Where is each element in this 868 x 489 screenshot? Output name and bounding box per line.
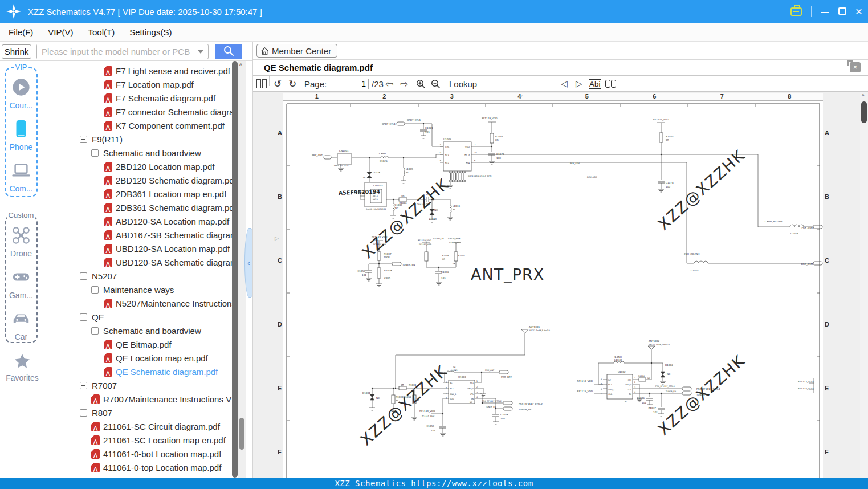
- rotate-right-button[interactable]: ↻: [288, 76, 296, 92]
- svg-text:PRX_ASM: PRX_ASM: [801, 226, 813, 229]
- tree-item[interactable]: 2DB361 Location map en.pdf: [51, 187, 232, 201]
- prev-page-icon[interactable]: ⇦: [385, 76, 393, 92]
- collapse-node-icon[interactable]: [91, 149, 99, 157]
- license-icon[interactable]: [790, 7, 802, 16]
- next-result-icon[interactable]: ▷: [576, 76, 582, 92]
- tree-item[interactable]: ABD167-SB Schematic diagram.pdf: [51, 228, 232, 242]
- tree-item[interactable]: F7 connector Schematic diagram.pdf: [51, 105, 232, 119]
- svg-text:RF1119_VDD: RF1119_VDD: [482, 117, 497, 120]
- tree-item[interactable]: 2BD120 Location map.pdf: [51, 160, 232, 173]
- svg-text:RF_3: RF_3: [464, 154, 470, 156]
- prev-result-icon[interactable]: ◁: [561, 76, 568, 92]
- svg-text:4: 4: [476, 396, 478, 398]
- chevron-down-icon[interactable]: [198, 50, 203, 54]
- tree-item[interactable]: ABD120-SA Location map.pdf: [51, 214, 232, 228]
- tree-item[interactable]: 211061-SC Location map en.pdf: [51, 433, 232, 447]
- sidebar-item-car[interactable]: Car: [9, 309, 33, 341]
- tree-scrollbar[interactable]: [232, 61, 238, 478]
- menu-item-settingss[interactable]: Settings(S): [129, 27, 172, 37]
- tree-item[interactable]: F7 Light sense and reciver.pdf: [51, 64, 232, 78]
- whole-word-button[interactable]: [605, 76, 616, 92]
- tree-item[interactable]: 2BD120 Schematic diagram.pdf: [51, 173, 232, 187]
- collapse-node-icon[interactable]: [91, 286, 99, 294]
- tree-item[interactable]: N5207: [51, 269, 232, 283]
- tree-item[interactable]: 211061-SC Circuit diagram.pdf: [51, 419, 232, 433]
- sidebar-item-favorites[interactable]: Favorites: [0, 353, 44, 382]
- collapse-node-icon[interactable]: [80, 136, 87, 143]
- tab-qe-schematic[interactable]: QE Schematic diagram.pdf: [253, 60, 378, 75]
- tree-item[interactable]: K7 Component comment.pdf: [51, 119, 232, 132]
- tree-item[interactable]: QE Bitmap.pdf: [51, 337, 232, 351]
- collapse-node-icon[interactable]: [80, 409, 87, 417]
- match-case-button[interactable]: Abi: [589, 79, 601, 89]
- schematic-page[interactable]: DPDT_CTL1DPDT_CTL1C1021101CN1001PRX_ANTM…: [283, 101, 823, 478]
- tree-item[interactable]: R7007Maintenance Instructions V1.pdf: [51, 392, 232, 406]
- menu-item-toolt[interactable]: Tool(T): [88, 27, 115, 37]
- viewer-scrollbar[interactable]: ^: [860, 92, 868, 478]
- collapse-node-icon[interactable]: [80, 382, 87, 389]
- svg-text:EN: EN: [629, 393, 631, 396]
- scroll-up-icon[interactable]: ^: [862, 93, 865, 100]
- member-center-button[interactable]: Member Center: [256, 44, 337, 58]
- sidebar-collapse-handle[interactable]: ‹: [244, 228, 252, 298]
- sidebar-item-phone[interactable]: Phone: [9, 119, 32, 152]
- tree-item[interactable]: F9(R11): [51, 132, 232, 146]
- page-number-input[interactable]: [329, 79, 369, 89]
- shrink-button[interactable]: Shrink: [2, 44, 31, 59]
- svg-text:ANT-1: ANT-1: [373, 198, 378, 201]
- collapse-node-icon[interactable]: [91, 327, 99, 335]
- tree-item[interactable]: 2DB361 Schematic diagram.pdf: [51, 201, 232, 214]
- viewer-scroll-thumb[interactable]: [861, 101, 867, 123]
- pdf-file-icon: [104, 217, 112, 226]
- tree-item[interactable]: QE Location map en.pdf: [51, 351, 232, 365]
- tree-scroll-thumb[interactable]: [239, 418, 244, 450]
- tree-item[interactable]: QE Schematic diagram.pdf: [51, 365, 232, 378]
- lookup-input[interactable]: [480, 79, 565, 89]
- tree-item[interactable]: R807: [51, 406, 232, 419]
- tree-item[interactable]: N5207Maintenance Instructions.pdf: [51, 296, 232, 310]
- rotate-left-button[interactable]: ↺: [274, 76, 282, 92]
- tree-item[interactable]: UBD120-SA Location map.pdf: [51, 242, 232, 255]
- svg-text:MB0C50-2410: MB0C50-2410: [334, 165, 349, 167]
- svg-text:R1056: R1056: [442, 255, 449, 257]
- tree-item[interactable]: Schematic and boardview: [51, 324, 232, 337]
- tree-item[interactable]: Schematic and boardview: [51, 146, 232, 160]
- sidebar-item-cour[interactable]: Cour...: [9, 78, 32, 110]
- model-search-input[interactable]: [37, 44, 191, 59]
- svg-text:GND_1: GND_1: [608, 389, 614, 391]
- svg-text:104: 104: [431, 429, 435, 432]
- menu-bar: File(F)VIP(V)Tool(T)Settings(S): [0, 23, 868, 42]
- two-page-view-button[interactable]: [256, 76, 267, 92]
- scroll-up-icon[interactable]: ^: [239, 63, 242, 69]
- tree-item[interactable]: QE: [51, 310, 232, 324]
- svg-text:4: 4: [440, 144, 442, 146]
- tab-label: QE Schematic diagram.pdf: [264, 63, 373, 72]
- svg-text:TUNER_EN: TUNER_EN: [402, 263, 415, 266]
- tree-item[interactable]: 411061-0-bot Location map.pdf: [51, 447, 232, 461]
- tree-item[interactable]: R7007: [51, 378, 232, 392]
- close-button[interactable]: ×: [855, 6, 862, 17]
- tree-item[interactable]: UBD120-SA Schematic diagram.pdf: [51, 255, 232, 269]
- tree-item[interactable]: F7 Schematic diagram.pdf: [51, 91, 232, 105]
- tree-item[interactable]: F7 Location map.pdf: [51, 78, 232, 91]
- maximize-button[interactable]: [838, 6, 846, 17]
- zoom-in-button[interactable]: [416, 76, 426, 92]
- tree-item[interactable]: Maintenance ways: [51, 283, 232, 296]
- svg-text:RF4: RF4: [466, 162, 470, 164]
- minimize-button[interactable]: [821, 6, 829, 17]
- sidebar-item-gam[interactable]: Gam...: [9, 267, 33, 300]
- favorites-label: Favorites: [6, 373, 39, 382]
- search-icon: [223, 45, 234, 56]
- search-button[interactable]: [215, 44, 242, 59]
- collapse-node-icon[interactable]: [80, 272, 87, 280]
- zoom-out-button[interactable]: [431, 76, 441, 92]
- menu-item-filef[interactable]: File(F): [9, 27, 33, 37]
- ruler-row-label: F: [278, 449, 282, 455]
- sidebar-item-drone[interactable]: Drone: [9, 226, 33, 258]
- tree-item[interactable]: 411061-0-top Location map.pdf: [51, 461, 232, 474]
- next-page-icon[interactable]: ⇨: [400, 76, 408, 92]
- close-tab-icon[interactable]: ×: [850, 62, 861, 72]
- sidebar-item-com[interactable]: Com...: [9, 161, 32, 193]
- collapse-node-icon[interactable]: [80, 313, 87, 321]
- menu-item-vipv[interactable]: VIP(V): [48, 27, 73, 37]
